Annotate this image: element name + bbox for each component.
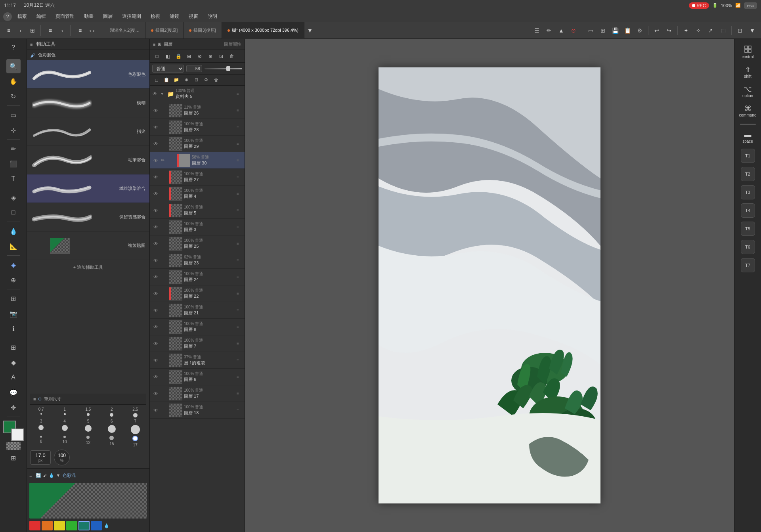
add-brush-tool[interactable]: + 追加輔助工具: [27, 260, 149, 274]
key-T4[interactable]: T4: [741, 203, 755, 218]
menu-window[interactable]: 視窗: [185, 12, 202, 21]
tool-pen[interactable]: ✏: [6, 142, 21, 156]
toolbar-settings[interactable]: ⚙: [634, 25, 645, 36]
tool-ref[interactable]: ⊞: [6, 291, 21, 306]
toolbar-more[interactable]: ▼: [747, 25, 758, 36]
menu-page[interactable]: 頁面管理: [52, 12, 78, 21]
tool-frame[interactable]: ⊞: [6, 340, 21, 354]
menu-animation[interactable]: 動畫: [80, 12, 98, 21]
size-item-7[interactable]: 5: [77, 419, 99, 434]
layer-menu-folder[interactable]: ≡: [237, 92, 242, 96]
toolbar-arrow-left[interactable]: ‹: [15, 25, 26, 36]
layer-menu-18[interactable]: ≡: [237, 408, 242, 412]
layer-menu-25[interactable]: ≡: [237, 241, 242, 246]
tool-fill-btn[interactable]: ⊞: [6, 451, 21, 465]
layer-8[interactable]: 👁 100% 普通 圖層 8 ≡: [150, 319, 245, 335]
layer-new[interactable]: □: [152, 76, 161, 84]
layer-mask[interactable]: ⊡: [192, 76, 201, 84]
right-btn-option[interactable]: ⌥ option: [737, 82, 759, 100]
layer-eye-29[interactable]: 👁: [152, 140, 159, 147]
brush-item-4[interactable]: 纖維滲染溶合: [27, 174, 149, 203]
transparent-swatch[interactable]: [6, 442, 21, 450]
layer-24[interactable]: 👁 100% 普通 圖層 24 ≡: [150, 269, 245, 285]
tool-move[interactable]: ✥: [6, 400, 21, 415]
layer-copy[interactable]: 📋: [162, 76, 171, 84]
menu-select[interactable]: 選擇範圍: [118, 12, 145, 21]
layer-4[interactable]: 👁 100% 普通 圖層 4 ≡: [150, 186, 245, 202]
menu-help[interactable]: 說明: [204, 12, 221, 21]
layer-copy[interactable]: 👁 37% 普通 層 1的複製 ≡: [150, 352, 245, 369]
size-item-4[interactable]: 2.5: [124, 407, 146, 417]
layer-22[interactable]: 👁 100% 普通 圖層 22 ≡: [150, 285, 245, 302]
layer-18[interactable]: 👁 100% 普通 圖層 18 ≡: [150, 402, 245, 419]
layer-menu-5[interactable]: ≡: [237, 208, 242, 212]
tool-text[interactable]: T: [6, 172, 21, 186]
tab-dropdown[interactable]: ▼: [304, 25, 315, 36]
toolbar-triangle-up[interactable]: ▲: [556, 25, 567, 36]
layer-eye-24[interactable]: 👁: [152, 274, 159, 281]
tool-lasso[interactable]: ⊹: [6, 123, 21, 137]
toolbar-redo[interactable]: ↪: [663, 25, 675, 36]
layer-5[interactable]: 👁 100% 普通 圖層 5 ≡: [150, 202, 245, 219]
layer-menu-21[interactable]: ≡: [237, 308, 242, 312]
layer-27[interactable]: 👁 100% 普通 圖層 27 ≡: [150, 169, 245, 186]
layer-menu-30[interactable]: ≡: [237, 158, 242, 163]
tool-ruler[interactable]: 📐: [6, 239, 21, 253]
layer-eye-30[interactable]: 👁: [152, 157, 159, 164]
right-btn-command[interactable]: ⌘ command: [737, 102, 759, 120]
size-item-5[interactable]: 3: [30, 419, 52, 434]
layer-25[interactable]: 👁 100% 普通 圖層 25 ≡: [150, 235, 245, 252]
key-T5[interactable]: T5: [741, 222, 755, 236]
rec-button[interactable]: REC: [689, 2, 709, 9]
layer-tool-2[interactable]: ◧: [163, 52, 172, 61]
layer-menu-28[interactable]: ≡: [237, 125, 242, 129]
layers-collapse[interactable]: ≡: [153, 42, 155, 47]
layer-eye-6[interactable]: 👁: [152, 373, 159, 381]
tab-1[interactable]: 湖湘名人2[復…: [104, 22, 145, 39]
layer-menu-4[interactable]: ≡: [237, 191, 242, 196]
size-item-12[interactable]: 12: [77, 436, 99, 447]
tool-rotate[interactable]: ↻: [6, 89, 21, 103]
tool-3d[interactable]: ◆: [6, 355, 21, 369]
layer-28[interactable]: 👁 100% 普通 圖層 28 ≡: [150, 119, 245, 136]
layer-eye-23[interactable]: 👁: [152, 257, 159, 264]
opacity-slider-thumb[interactable]: [226, 66, 230, 71]
toolbar-pen[interactable]: ✏: [543, 25, 554, 36]
swatch-red[interactable]: [29, 521, 40, 530]
layer-6[interactable]: 👁 100% 普通 圖層 6 ≡: [150, 369, 245, 385]
layer-delete[interactable]: 🗑: [212, 76, 220, 84]
tool-shape[interactable]: □: [6, 205, 21, 220]
folder-arrow[interactable]: ▼: [160, 92, 166, 96]
brush-panel-collapse[interactable]: ≡: [30, 42, 33, 47]
layer-menu-22[interactable]: ≡: [237, 291, 242, 296]
tool-text2[interactable]: A: [6, 370, 21, 385]
tool-gradient[interactable]: ◈: [6, 190, 21, 205]
toolbar-select-rect[interactable]: ▭: [585, 25, 596, 36]
color-icon-3[interactable]: 💧: [49, 473, 54, 478]
layer-eye-26[interactable]: 👁: [152, 107, 159, 114]
size-item-6[interactable]: 4: [54, 419, 75, 434]
key-T3[interactable]: T3: [741, 185, 755, 199]
layer-eye-3[interactable]: 👁: [152, 224, 159, 231]
layer-menu-26[interactable]: ≡: [237, 108, 242, 113]
layer-30[interactable]: 👁 ✏ 58% 普通 圖層 30 ≡: [150, 152, 245, 169]
layer-menu-27[interactable]: ≡: [237, 175, 242, 179]
layer-17[interactable]: 👁 100% 普通 圖層 17 ≡: [150, 385, 245, 402]
swatch-orange[interactable]: [42, 521, 53, 530]
layer-eye-copy[interactable]: 👁: [152, 357, 159, 364]
menu-file[interactable]: 檔案: [13, 12, 31, 21]
layer-menu-8[interactable]: ≡: [237, 325, 242, 329]
layer-tool-5[interactable]: ⊗: [195, 52, 205, 61]
size-item-10[interactable]: 8: [30, 436, 52, 447]
layer-menu-29[interactable]: ≡: [237, 142, 242, 146]
size-item-0[interactable]: 0.7: [30, 407, 52, 417]
layer-group[interactable]: 📁: [172, 76, 181, 84]
opacity-input[interactable]: [186, 65, 202, 72]
layer-folder-5[interactable]: 👁 ▼ 📁 100% 普通 資料夾 5 ≡: [150, 86, 245, 102]
layer-menu-6[interactable]: ≡: [237, 375, 242, 379]
toolbar-arrow-right[interactable]: ‹ ›: [86, 25, 98, 36]
layer-eye-27[interactable]: 👁: [152, 174, 159, 181]
layer-tool-trash[interactable]: 🗑: [227, 52, 237, 61]
layer-menu-17[interactable]: ≡: [237, 391, 242, 396]
size-item-8[interactable]: 6: [101, 419, 122, 434]
